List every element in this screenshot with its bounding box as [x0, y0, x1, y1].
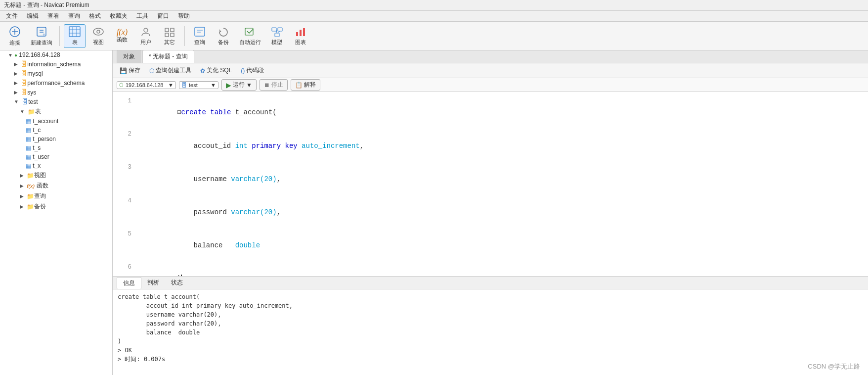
results-tabs: 信息 剖析 状态	[113, 277, 868, 289]
results-tab-profile[interactable]: 剖析	[141, 277, 165, 288]
menu-view[interactable]: 查看	[43, 11, 63, 21]
menu-window[interactable]: 窗口	[153, 11, 173, 21]
stop-icon: ⏹	[264, 82, 270, 89]
run-play-icon: ▶	[226, 81, 231, 89]
run-label: 运行	[233, 81, 245, 89]
sidebar-db-sys[interactable]: ▶ 🗄 sys	[0, 88, 112, 97]
separator-1	[59, 26, 60, 46]
sidebar-table-t_x[interactable]: ▦ t_x	[0, 161, 112, 170]
explain-button[interactable]: 📋 解释	[291, 79, 320, 91]
title-bar: 无标题 - 查询 - Navicat Premium	[0, 0, 868, 11]
results-tab-status[interactable]: 状态	[165, 277, 189, 288]
user-button[interactable]: 用户	[135, 25, 157, 47]
menu-help[interactable]: 帮助	[174, 11, 194, 21]
connect-label: 连接	[9, 39, 20, 47]
database-selector[interactable]: 🗄 test ▼	[179, 81, 218, 89]
table-icon-t_user: ▦	[26, 153, 31, 160]
other-label: 其它	[164, 39, 175, 46]
table-name-t_c: t_c	[33, 127, 41, 134]
menu-query[interactable]: 查询	[64, 11, 84, 21]
db-name-sys: sys	[27, 89, 36, 96]
sidebar-folder-functions[interactable]: ▶ f(x) 函数	[0, 181, 112, 191]
folder-icon-functions: f(x)	[27, 183, 35, 189]
code-snippet-button[interactable]: () 代码段	[238, 65, 267, 76]
db-arrow-mysql: ▶	[14, 71, 18, 76]
function-icon: f(x)	[117, 28, 128, 36]
db-arrow-info: ▶	[14, 61, 18, 67]
save-button[interactable]: 💾 保存	[117, 65, 143, 76]
connection-label: 192.168.64.128	[19, 51, 60, 58]
table-icon-t_s: ▦	[26, 144, 31, 151]
code-editor[interactable]: 1 ⊟create table t_account( 2 accout_id i…	[113, 92, 868, 276]
sidebar-table-t_person[interactable]: ▦ t_person	[0, 135, 112, 143]
menu-file[interactable]: 文件	[2, 11, 22, 21]
svg-rect-29	[296, 32, 298, 36]
sidebar-folder-tables[interactable]: ▼ 📁 表	[0, 106, 112, 117]
table-icon-t_account: ▦	[26, 118, 31, 125]
svg-text:+: +	[43, 32, 45, 38]
table-icon	[69, 26, 81, 39]
folder-label-backup: 备份	[34, 202, 46, 211]
menu-tools[interactable]: 工具	[132, 11, 152, 21]
connection-status: ●	[14, 52, 17, 58]
code-line-2: 2 accout_id int primary key auto_increme…	[113, 129, 868, 162]
db-icon-sys: 🗄	[21, 89, 27, 96]
stop-button[interactable]: ⏹ 停止	[260, 79, 288, 91]
function-button[interactable]: f(x) 函数	[111, 27, 133, 45]
table-name-t_person: t_person	[33, 136, 56, 142]
query-builder-button[interactable]: ⬡ 查询创建工具	[146, 65, 194, 76]
other-button[interactable]: 其它	[159, 25, 180, 47]
svg-rect-7	[69, 27, 80, 37]
sidebar-db-information-schema[interactable]: ▶ 🗄 information_schema	[0, 59, 112, 69]
save-label: 保存	[129, 66, 140, 75]
sidebar-db-mysql[interactable]: ▶ 🗄 mysql	[0, 69, 112, 78]
query-icon	[194, 26, 206, 39]
tab-query[interactable]: * 无标题 - 查询	[142, 50, 194, 63]
menu-edit[interactable]: 编辑	[23, 11, 43, 21]
autorun-button[interactable]: 自动运行	[236, 25, 264, 47]
beautify-icon: ✿	[200, 67, 205, 74]
table-button[interactable]: 表	[64, 24, 86, 48]
db-name-mysql: mysql	[27, 70, 43, 77]
new-query-button[interactable]: + 新建查询	[28, 24, 55, 48]
chart-icon	[295, 26, 306, 39]
tab-object[interactable]: 对象	[117, 50, 141, 63]
menu-favorites[interactable]: 收藏夹	[106, 11, 131, 21]
folder-label-tables: 表	[35, 107, 41, 116]
sidebar-db-test[interactable]: ▼ 🗄 test	[0, 97, 112, 106]
sidebar-table-t_account[interactable]: ▦ t_account	[0, 117, 112, 126]
model-label: 模型	[271, 39, 282, 46]
table-name-t_s: t_s	[33, 144, 41, 151]
folder-arrow-tables: ▼	[20, 109, 25, 114]
svg-point-12	[93, 28, 103, 35]
sidebar-connection[interactable]: ▼ ● 192.168.64.128	[0, 50, 112, 59]
sidebar-table-t_c[interactable]: ▦ t_c	[0, 126, 112, 135]
sidebar-folder-queries[interactable]: ▶ 📁 查询	[0, 191, 112, 201]
sidebar-table-t_user[interactable]: ▦ t_user	[0, 152, 112, 161]
query-button[interactable]: 查询	[189, 25, 211, 47]
autorun-icon	[244, 26, 256, 39]
results-tab-info[interactable]: 信息	[117, 277, 141, 289]
menu-format[interactable]: 格式	[85, 11, 105, 21]
sidebar-db-performance[interactable]: ▶ 🗄 performance_schema	[0, 78, 112, 88]
connect-button[interactable]: 连接	[4, 24, 26, 48]
connection-selector[interactable]: ⬡ 192.168.64.128 ▼	[117, 81, 176, 89]
main-toolbar: 连接 + 新建查询 表 视图 f(x) 函数 用户 其它	[0, 22, 868, 50]
svg-line-27	[276, 30, 277, 33]
database-selector-value: test	[189, 82, 198, 88]
watermark: CSDN @学无止路	[808, 362, 860, 371]
backup-button[interactable]: 备份	[213, 25, 234, 47]
beautify-button[interactable]: ✿ 美化 SQL	[197, 65, 235, 76]
sidebar-table-t_s[interactable]: ▦ t_s	[0, 143, 112, 152]
code-line-1: 1 ⊟create table t_account(	[113, 96, 868, 129]
view-button[interactable]: 视图	[87, 25, 109, 47]
sidebar-folder-backup[interactable]: ▶ 📁 备份	[0, 201, 112, 212]
tab-object-label: 对象	[123, 53, 135, 60]
model-button[interactable]: 模型	[266, 25, 288, 47]
db-icon-mysql: 🗄	[21, 70, 27, 77]
folder-arrow-queries: ▶	[20, 193, 24, 199]
table-name-t_account: t_account	[33, 118, 58, 125]
chart-button[interactable]: 图表	[290, 25, 311, 47]
sidebar-folder-views[interactable]: ▶ 📁 视图	[0, 170, 112, 181]
run-button[interactable]: ▶ 运行 ▼	[221, 79, 257, 91]
